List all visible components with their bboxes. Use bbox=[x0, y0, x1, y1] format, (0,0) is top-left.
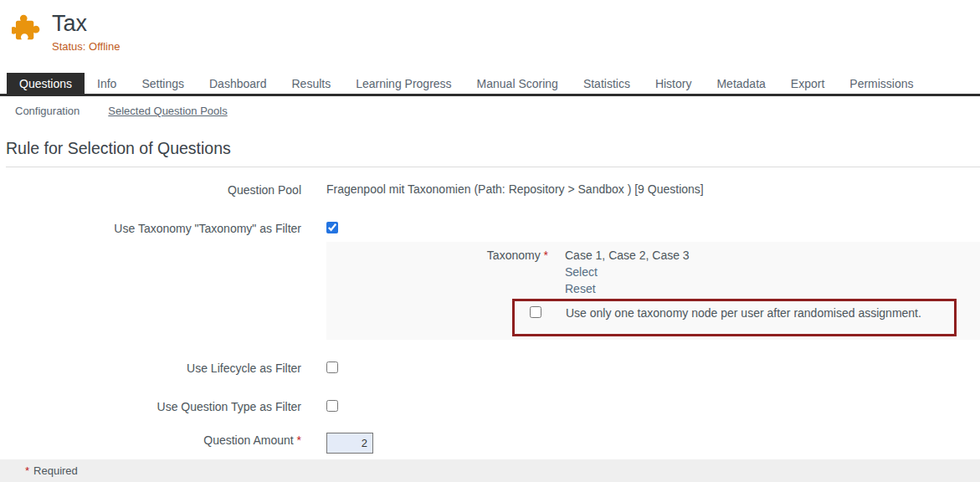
lifecycle-filter-checkbox[interactable] bbox=[326, 362, 338, 373]
question-amount-required-mark: * bbox=[297, 433, 301, 447]
taxonomy-panel-row: Taxonomy * Case 1, Case 2, Case 3 Select… bbox=[0, 237, 980, 340]
tab-history[interactable]: History bbox=[643, 73, 705, 94]
tab-manual-scoring[interactable]: Manual Scoring bbox=[464, 73, 571, 94]
taxonomy-filter-row: Use Taxonomy "Taxonomy" as Filter bbox=[0, 221, 980, 237]
taxonomy-filter-label: Use Taxonomy "Taxonomy" as Filter bbox=[0, 221, 301, 236]
tab-questions[interactable]: Questions bbox=[7, 73, 85, 94]
puzzle-icon bbox=[12, 13, 41, 42]
single-taxonomy-node-checkbox[interactable] bbox=[530, 306, 541, 318]
question-type-filter-row: Use Question Type as Filter bbox=[0, 399, 980, 415]
tab-learning-progress[interactable]: Learning Progress bbox=[343, 73, 464, 94]
lifecycle-filter-label: Use Lifecycle as Filter bbox=[0, 361, 301, 376]
taxonomy-value-block: Case 1, Case 2, Case 3 Select Reset bbox=[565, 247, 980, 297]
tab-export[interactable]: Export bbox=[778, 73, 837, 94]
question-type-filter-checkbox[interactable] bbox=[326, 400, 338, 412]
taxonomy-reset-link[interactable]: Reset bbox=[565, 280, 596, 297]
tab-settings[interactable]: Settings bbox=[129, 73, 197, 94]
required-footer: *Required bbox=[0, 459, 980, 482]
taxonomy-label: Taxonomy * bbox=[326, 247, 548, 264]
question-amount-input[interactable] bbox=[326, 433, 373, 454]
tab-info[interactable]: Info bbox=[85, 73, 129, 94]
selected-taxonomy-nodes: Case 1, Case 2, Case 3 bbox=[565, 247, 980, 264]
question-pool-row: Question Pool Fragenpool mit Taxonomien … bbox=[0, 182, 980, 197]
taxonomy-required-mark: * bbox=[544, 249, 548, 262]
tab-results[interactable]: Results bbox=[280, 73, 344, 94]
question-pool-value: Fragenpool mit Taxonomien (Path: Reposit… bbox=[326, 182, 980, 197]
subtab-configuration[interactable]: Configuration bbox=[15, 105, 80, 117]
object-header: Tax Status: Offline bbox=[0, 0, 980, 53]
status-text: Status: Offline bbox=[52, 40, 120, 53]
question-amount-label: Question Amount * bbox=[0, 433, 301, 448]
taxonomy-select-link[interactable]: Select bbox=[565, 264, 598, 280]
tab-bar: Questions Info Settings Dashboard Result… bbox=[0, 73, 980, 96]
tab-permissions[interactable]: Permissions bbox=[837, 73, 926, 94]
taxonomy-filter-checkbox[interactable] bbox=[326, 222, 338, 233]
lifecycle-filter-row: Use Lifecycle as Filter bbox=[0, 361, 980, 377]
subtab-bar: Configuration Selected Question Pools bbox=[0, 96, 980, 117]
question-amount-label-text: Question Amount bbox=[203, 433, 293, 447]
page-title: Tax bbox=[52, 11, 120, 37]
title-block: Tax Status: Offline bbox=[52, 11, 120, 53]
question-amount-row: Question Amount * bbox=[0, 433, 980, 454]
tab-dashboard[interactable]: Dashboard bbox=[197, 73, 280, 94]
highlight-box: Use only one taxonomy node per user afte… bbox=[512, 299, 957, 336]
section-heading: Rule for Selection of Questions bbox=[6, 139, 980, 158]
question-type-filter-label: Use Question Type as Filter bbox=[0, 399, 301, 414]
taxonomy-subpanel: Taxonomy * Case 1, Case 2, Case 3 Select… bbox=[326, 242, 980, 340]
tab-statistics[interactable]: Statistics bbox=[571, 73, 643, 94]
selection-rule-form: Question Pool Fragenpool mit Taxonomien … bbox=[0, 182, 980, 454]
required-label: Required bbox=[33, 464, 78, 477]
single-taxonomy-node-label: Use only one taxonomy node per user afte… bbox=[566, 305, 921, 320]
page: Tax Status: Offline Questions Info Setti… bbox=[0, 0, 980, 482]
taxonomy-label-text: Taxonomy bbox=[487, 249, 541, 262]
heading-divider bbox=[6, 167, 980, 167]
required-asterisk: * bbox=[25, 464, 29, 477]
question-pool-label: Question Pool bbox=[0, 182, 301, 197]
subtab-selected-question-pools[interactable]: Selected Question Pools bbox=[108, 105, 227, 117]
tab-metadata[interactable]: Metadata bbox=[704, 73, 777, 94]
